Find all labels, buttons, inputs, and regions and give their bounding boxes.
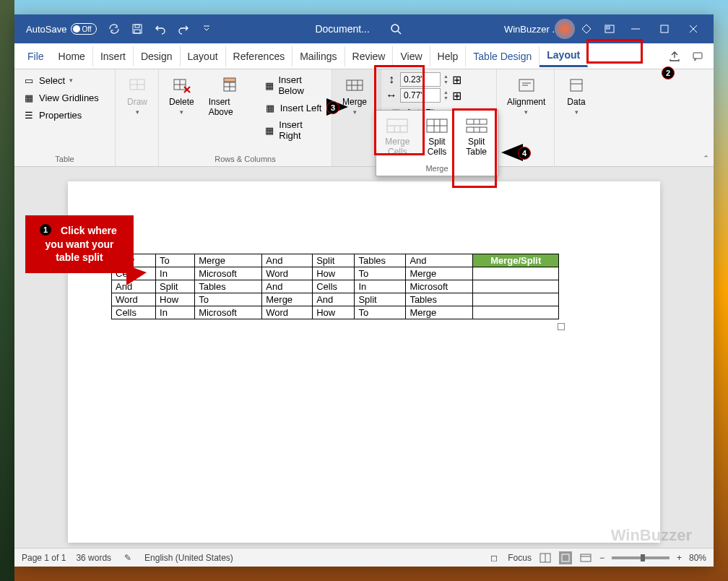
- table-cell[interactable]: Microsoft: [195, 306, 262, 319]
- zoom-level[interactable]: 80%: [689, 553, 706, 563]
- tab-references[interactable]: References: [226, 46, 293, 66]
- table-cell[interactable]: To: [355, 306, 406, 319]
- focus-mode-icon[interactable]: ◻: [488, 551, 500, 564]
- read-mode-icon[interactable]: [539, 551, 552, 564]
- split-table-button[interactable]: Split Table: [459, 115, 494, 160]
- table-cell[interactable]: How: [313, 267, 355, 280]
- zoom-out-button[interactable]: −: [599, 553, 604, 563]
- table-cell[interactable]: And: [262, 280, 313, 293]
- insert-left-button[interactable]: ▦Insert Left: [260, 100, 327, 116]
- ribbon-mode-icon[interactable]: [602, 22, 617, 36]
- autosave-toggle[interactable]: AutoSave Off: [20, 23, 103, 35]
- distribute-cols-icon[interactable]: ⊞: [451, 90, 463, 101]
- tab-view[interactable]: View: [393, 46, 430, 66]
- table-cell[interactable]: Split: [156, 280, 195, 293]
- tab-design[interactable]: Design: [134, 46, 181, 66]
- tab-review[interactable]: Review: [345, 46, 394, 66]
- tab-file[interactable]: File: [20, 46, 51, 66]
- select-button[interactable]: ▭Select▾: [19, 72, 77, 88]
- distribute-rows-icon[interactable]: ⊞: [451, 74, 463, 85]
- delete-button[interactable]: Delete▾: [163, 72, 200, 119]
- table-cell[interactable]: Tables: [195, 280, 262, 293]
- table-cell[interactable]: Merge: [262, 293, 313, 306]
- undo-icon[interactable]: [153, 22, 168, 36]
- col-width-control[interactable]: ↔ ▲▼ ⊞: [386, 88, 463, 103]
- page[interactable]: ✥ HowToMergeAndSplitTablesAndMerge/Split…: [68, 181, 660, 543]
- data-button[interactable]: Data▾: [559, 72, 594, 119]
- table-cell[interactable]: How: [313, 306, 355, 319]
- maximize-button[interactable]: [650, 14, 679, 43]
- table-cell[interactable]: And: [313, 293, 355, 306]
- redo-icon[interactable]: [176, 22, 191, 36]
- table-cell[interactable]: Cells: [313, 280, 355, 293]
- table-cell[interactable]: Tables: [355, 254, 406, 267]
- document-name[interactable]: Document...: [315, 23, 369, 35]
- table-resize-handle[interactable]: [558, 323, 565, 330]
- table-cell[interactable]: And: [262, 254, 313, 267]
- word-count[interactable]: 36 words: [76, 553, 111, 563]
- close-button[interactable]: [679, 14, 708, 43]
- toggle-switch[interactable]: Off: [71, 23, 97, 35]
- table-header-merge-split[interactable]: Merge/Split: [473, 254, 559, 267]
- comments-icon[interactable]: [688, 46, 708, 66]
- tab-help[interactable]: Help: [430, 46, 467, 66]
- tab-insert[interactable]: Insert: [93, 46, 134, 66]
- collapse-ribbon-icon[interactable]: ⌃: [703, 154, 709, 163]
- table-cell[interactable]: Word: [262, 267, 313, 280]
- insert-right-button[interactable]: ▦Insert Right: [260, 117, 327, 143]
- tab-table-layout[interactable]: Layout: [540, 45, 588, 67]
- view-gridlines-button[interactable]: ▦View Gridlines: [19, 90, 103, 106]
- search-icon[interactable]: [389, 22, 403, 36]
- table-cell[interactable]: In: [156, 306, 195, 319]
- table-cell[interactable]: To: [156, 254, 195, 267]
- tab-mailings[interactable]: Mailings: [292, 46, 344, 66]
- alignment-button[interactable]: Alignment▾: [501, 72, 551, 119]
- table-cell[interactable]: Split: [355, 293, 406, 306]
- table-cell[interactable]: Merge: [406, 306, 473, 319]
- page-indicator[interactable]: Page 1 of 1: [22, 553, 66, 563]
- zoom-slider[interactable]: [612, 556, 670, 559]
- zoom-in-button[interactable]: +: [677, 553, 682, 563]
- table-cell[interactable]: Microsoft: [406, 280, 473, 293]
- table-cell[interactable]: Split: [313, 254, 355, 267]
- properties-button[interactable]: ☰Properties: [19, 107, 86, 123]
- table-cell[interactable]: [473, 280, 559, 293]
- save-icon[interactable]: [130, 22, 144, 36]
- table-cell[interactable]: Cells: [112, 306, 156, 319]
- user-avatar[interactable]: [555, 19, 575, 39]
- diamond-icon[interactable]: [579, 22, 594, 36]
- table-cell[interactable]: And: [406, 254, 473, 267]
- table-cell[interactable]: How: [156, 293, 195, 306]
- split-cells-button[interactable]: Split Cells: [420, 115, 454, 160]
- table-cell[interactable]: Merge: [406, 267, 473, 280]
- insert-below-button[interactable]: ▦Insert Below: [260, 72, 327, 98]
- focus-label[interactable]: Focus: [508, 553, 532, 563]
- tab-table-design[interactable]: Table Design: [466, 46, 540, 66]
- spellcheck-icon[interactable]: ✎: [121, 551, 134, 564]
- table-cell[interactable]: In: [156, 267, 195, 280]
- table-cell[interactable]: [473, 293, 559, 306]
- sync-icon[interactable]: [107, 22, 121, 36]
- row-height-input[interactable]: [400, 72, 441, 87]
- table-cell[interactable]: Merge: [195, 254, 262, 267]
- minimize-button[interactable]: [621, 14, 650, 43]
- insert-above-button[interactable]: Insert Above: [203, 72, 257, 120]
- document-table[interactable]: HowToMergeAndSplitTablesAndMerge/SplitCe…: [111, 254, 559, 319]
- table-cell[interactable]: To: [355, 267, 406, 280]
- web-layout-icon[interactable]: [579, 551, 592, 564]
- print-layout-icon[interactable]: [559, 551, 572, 564]
- col-width-input[interactable]: [400, 88, 441, 103]
- table-cell[interactable]: [473, 267, 559, 280]
- tab-home[interactable]: Home: [51, 46, 93, 66]
- qat-customize-icon[interactable]: [199, 22, 214, 36]
- table-cell[interactable]: [473, 306, 559, 319]
- table-cell[interactable]: In: [355, 280, 406, 293]
- row-height-control[interactable]: ↕ ▲▼ ⊞: [386, 72, 463, 87]
- share-icon[interactable]: [664, 46, 685, 66]
- table-cell[interactable]: Tables: [406, 293, 473, 306]
- table-cell[interactable]: Microsoft: [195, 267, 262, 280]
- table-cell[interactable]: Word: [112, 293, 156, 306]
- language-indicator[interactable]: English (United States): [144, 553, 233, 563]
- table-cell[interactable]: Word: [262, 306, 313, 319]
- tab-layout[interactable]: Layout: [181, 46, 226, 66]
